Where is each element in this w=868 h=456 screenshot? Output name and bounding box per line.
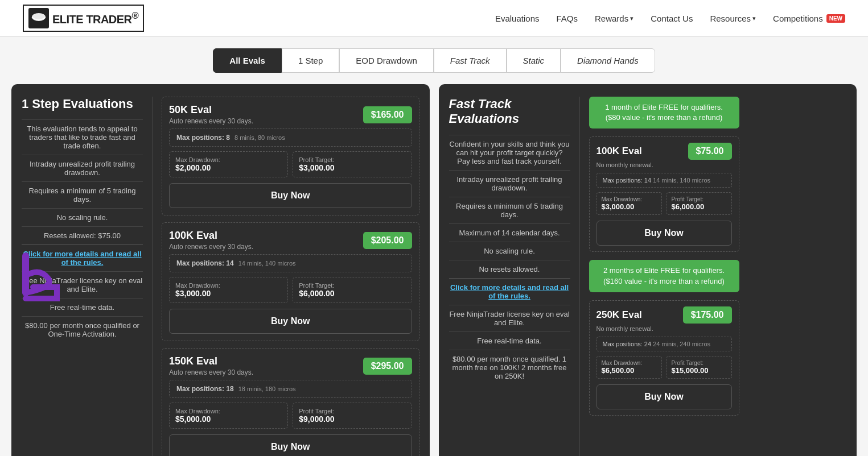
- fast-track-card: Fast Track Evaluations Confident in your…: [439, 84, 857, 456]
- one-step-features: This evaluation tends to appeal to trade…: [22, 119, 143, 343]
- ft-product-250k: 250K Eval $175.00 No monthly renewal. Ma…: [589, 300, 739, 416]
- ft-price-250k: $175.00: [683, 306, 732, 324]
- ft-feature: $80.00 per month once qualified. 1 month…: [449, 350, 570, 385]
- feature-item: Intraday unrealized profit trailing draw…: [22, 155, 143, 181]
- nav-resources[interactable]: Resources ▾: [710, 14, 756, 23]
- nav-competitions[interactable]: Competitions NEW: [773, 14, 845, 23]
- logo[interactable]: ELITE TRADER®: [23, 5, 144, 32]
- price-50k: $165.00: [363, 106, 412, 123]
- filter-fasttrack[interactable]: Fast Track: [434, 48, 507, 73]
- fast-track-left: Fast Track Evaluations Confident in your…: [449, 97, 580, 456]
- filter-diamond[interactable]: Diamond Hands: [561, 48, 655, 73]
- ft-feature: No scaling rule.: [449, 242, 570, 260]
- promo-250k-banner: 2 months of Elite FREE for qualifiers. (…: [589, 260, 739, 292]
- ft-specs-100k: Max positions: 14 14 minis, 140 micros: [597, 173, 732, 188]
- product-name-150k: 150K Eval: [169, 355, 253, 367]
- filter-1step[interactable]: 1 Step: [282, 48, 339, 73]
- drawdown-100k: Max Drawdown: $3,000.00: [169, 277, 288, 303]
- ft-feature: Requires a minimum of 5 trading days.: [449, 197, 570, 223]
- ft-feature: Free real-time data.: [449, 331, 570, 350]
- ft-target-250k: Profit Target: $15,000.00: [667, 356, 732, 379]
- site-header: ELITE TRADER® Evaluations FAQs Rewards ▾…: [0, 0, 868, 37]
- filter-bar: All Evals 1 Step EOD Drawdown Fast Track…: [0, 37, 868, 84]
- promo-100k-banner: 1 month of Elite FREE for qualifiers. ($…: [589, 97, 739, 128]
- target-50k: Profit Target: $3,000.00: [293, 151, 412, 177]
- feature-item: $80.00 per month once qualified or One-T…: [22, 316, 143, 343]
- ft-price-100k: $75.00: [688, 143, 732, 160]
- ft-specs-250k: Max positions: 24 24 minis, 240 micros: [597, 337, 732, 351]
- product-name-50k: 50K Eval: [169, 104, 253, 116]
- ft-feature: Free NinjaTrader license key on eval and…: [449, 305, 570, 331]
- ft-product-sub-100k: No monthly renewal.: [597, 161, 732, 168]
- ft-buy-250k[interactable]: Buy Now: [597, 384, 732, 409]
- decorative-logo: [17, 250, 68, 309]
- new-badge: NEW: [826, 14, 845, 23]
- product-150k: 150K Eval Auto renews every 30 days. $29…: [162, 348, 419, 456]
- ft-feature: Maximum of 14 calendar days.: [449, 223, 570, 242]
- resources-chevron-icon: ▾: [752, 15, 756, 22]
- specs-50k: Max positions: 8 8 minis, 80 micros: [169, 128, 412, 147]
- buy-100k[interactable]: Buy Now: [169, 309, 412, 334]
- logo-icon: [28, 8, 49, 28]
- ft-product-100k: 100K Eval $75.00 No monthly renewal. Max…: [589, 136, 739, 252]
- drawdown-150k: Max Drawdown: $5,000.00: [169, 403, 288, 429]
- ft-drawdown-100k: Max Drawdown: $3,000.00: [597, 192, 662, 215]
- price-150k: $295.00: [363, 358, 412, 375]
- buy-50k[interactable]: Buy Now: [169, 183, 412, 208]
- drawdown-50k: Max Drawdown: $2,000.00: [169, 151, 288, 177]
- product-sub-150k: Auto renews every 30 days.: [169, 368, 253, 376]
- ft-feature: No resets allowed.: [449, 260, 570, 278]
- product-sub-100k: Auto renews every 30 days.: [169, 243, 253, 251]
- product-name-100k: 100K Eval: [169, 230, 253, 242]
- nav-faqs[interactable]: FAQs: [557, 14, 578, 23]
- ft-product-sub-250k: No monthly renewal.: [597, 325, 732, 332]
- filter-static[interactable]: Static: [507, 48, 561, 73]
- feature-item: Resets allowed: $75.00: [22, 226, 143, 244]
- price-100k: $205.00: [363, 232, 412, 249]
- ft-feature-link[interactable]: Click for more details and read all of t…: [449, 278, 570, 305]
- target-100k: Profit Target: $6,000.00: [293, 277, 412, 303]
- filter-eod[interactable]: EOD Drawdown: [339, 48, 434, 73]
- nav-rewards[interactable]: Rewards ▾: [595, 14, 633, 23]
- nav-contact[interactable]: Contact Us: [651, 14, 693, 23]
- rewards-chevron-icon: ▾: [630, 15, 633, 22]
- feature-item: Requires a minimum of 5 trading days.: [22, 181, 143, 208]
- product-100k: 100K Eval Auto renews every 30 days. $20…: [162, 222, 419, 341]
- buy-150k[interactable]: Buy Now: [169, 434, 412, 456]
- fast-track-title: Fast Track Evaluations: [449, 97, 570, 127]
- ft-feature: Confident in your skills and think you c…: [449, 135, 570, 170]
- target-150k: Profit Target: $9,000.00: [293, 403, 412, 429]
- ft-drawdown-250k: Max Drawdown: $6,500.00: [597, 356, 662, 379]
- product-50k: 50K Eval Auto renews every 30 days. $165…: [162, 97, 419, 215]
- one-step-title: 1 Step Evaluations: [22, 97, 143, 111]
- main-nav: Evaluations FAQs Rewards ▾ Contact Us Re…: [495, 14, 845, 23]
- specs-150k: Max positions: 18 18 minis, 180 micros: [169, 380, 412, 398]
- fast-track-features: Confident in your skills and think you c…: [449, 135, 570, 385]
- product-sub-50k: Auto renews every 30 days.: [169, 117, 253, 125]
- ft-target-100k: Profit Target: $6,000.00: [667, 192, 732, 215]
- feature-item: This evaluation tends to appeal to trade…: [22, 119, 143, 155]
- fast-track-products: 1 month of Elite FREE for qualifiers. ($…: [580, 97, 739, 456]
- one-step-products: 50K Eval Auto renews every 30 days. $165…: [153, 97, 419, 456]
- ft-feature: Intraday unrealized profit trailing draw…: [449, 170, 570, 197]
- nav-evaluations[interactable]: Evaluations: [495, 14, 540, 23]
- feature-item: No scaling rule.: [22, 208, 143, 226]
- filter-all-evals[interactable]: All Evals: [213, 48, 282, 73]
- ft-product-name-100k: 100K Eval: [597, 146, 642, 157]
- cards-wrapper: 1 Step Evaluations This evaluation tends…: [0, 84, 868, 456]
- ft-buy-100k[interactable]: Buy Now: [597, 221, 732, 246]
- logo-text: ELITE TRADER®: [52, 10, 138, 26]
- ft-product-name-250k: 250K Eval: [597, 309, 642, 321]
- specs-100k: Max positions: 14 14 minis, 140 micros: [169, 254, 412, 272]
- one-step-card: 1 Step Evaluations This evaluation tends…: [11, 84, 430, 456]
